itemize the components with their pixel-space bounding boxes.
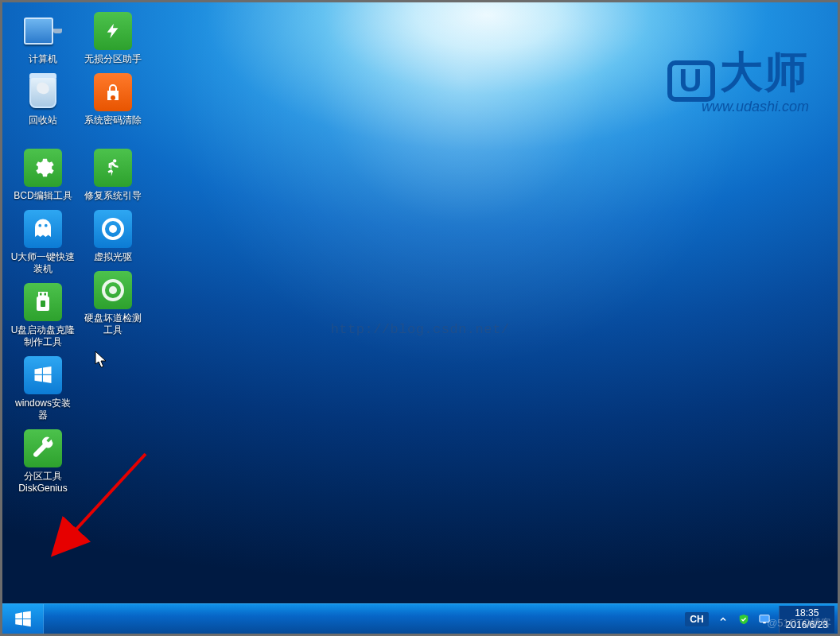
disc-scan-icon: [94, 271, 132, 309]
svg-rect-0: [38, 292, 48, 297]
svg-rect-4: [41, 301, 45, 307]
desktop-icon-password-clear[interactable]: 系统密码清除: [80, 73, 146, 126]
desktop-icon-bcd-editor[interactable]: BCD编辑工具: [10, 149, 76, 202]
usb-icon: [24, 283, 62, 321]
running-person-icon: [94, 149, 132, 187]
icon-label: 修复系统引导: [80, 190, 146, 202]
desktop-icon-recycle-bin[interactable]: 回收站: [10, 73, 76, 126]
desktop[interactable]: 计算机 回收站 BCD编辑工具 U大师一键快: [2, 2, 838, 634]
icon-label: 系统密码清除: [80, 114, 146, 126]
svg-rect-7: [759, 615, 768, 622]
desktop-icon-bad-sector-scan[interactable]: 硬盘坏道检测工具: [80, 271, 146, 336]
icon-label: 回收站: [10, 114, 76, 126]
desktop-icon-lossless-partition[interactable]: 无损分区助手: [80, 12, 146, 65]
desktop-icon-virtual-drive[interactable]: 虚拟光驱: [80, 210, 146, 263]
svg-rect-8: [763, 622, 766, 623]
icon-label: 计算机: [10, 53, 76, 65]
svg-rect-2: [45, 293, 47, 296]
icon-column-1: 计算机 回收站 BCD编辑工具 U大师一键快: [10, 12, 76, 502]
lock-icon: [94, 73, 132, 111]
desktop-icon-grid: 计算机 回收站 BCD编辑工具 U大师一键快: [10, 12, 154, 502]
computer-icon: [24, 12, 62, 50]
csdn-watermark: http://blog.csdn.net/: [331, 322, 510, 337]
windows-flag-icon: [24, 356, 62, 394]
ghost-icon: [24, 210, 62, 248]
icon-label: 无损分区助手: [80, 53, 146, 65]
tray-chevron-icon[interactable]: [717, 613, 729, 626]
gear-icon: [24, 149, 62, 187]
bolt-icon: [94, 12, 132, 50]
icon-label: 虚拟光驱: [80, 251, 146, 263]
icon-label: U盘启动盘克隆制作工具: [10, 324, 76, 348]
svg-point-5: [113, 159, 116, 162]
disc-icon: [94, 210, 132, 248]
recycle-bin-icon: [24, 73, 62, 111]
icon-column-2: 无损分区助手 系统密码清除 修复系统引导: [80, 12, 146, 344]
clock-date: 2016/6/23: [786, 619, 828, 631]
icon-label: 分区工具DiskGenius: [10, 471, 76, 494]
desktop-icon-udashi-installer[interactable]: U大师一键快速装机: [10, 210, 76, 275]
brand-logo: U大师 www.udashi.com: [667, 44, 809, 115]
brand-u-icon: U: [667, 60, 715, 102]
brand-logo-text: U大师: [667, 44, 809, 102]
desktop-icon-diskgenius[interactable]: 分区工具DiskGenius: [10, 429, 76, 494]
icon-label: windows安装器: [10, 398, 76, 421]
desktop-icon-windows-installer[interactable]: windows安装器: [10, 356, 76, 421]
start-button[interactable]: [2, 604, 44, 634]
language-indicator[interactable]: CH: [685, 612, 708, 626]
system-tray: CH 18:35 2016/6/23: [677, 604, 838, 634]
svg-rect-1: [40, 293, 42, 296]
icon-label: U大师一键快速装机: [10, 251, 76, 275]
screenshot-frame: 计算机 回收站 BCD编辑工具 U大师一键快: [0, 0, 840, 636]
icon-label: 硬盘坏道检测工具: [80, 312, 146, 336]
desktop-icon-computer[interactable]: 计算机: [10, 12, 76, 65]
clock-time: 18:35: [786, 607, 828, 619]
taskbar-clock[interactable]: 18:35 2016/6/23: [779, 606, 834, 633]
tray-display-icon[interactable]: [758, 613, 771, 626]
icon-label: BCD编辑工具: [10, 190, 76, 202]
tray-shield-icon[interactable]: [737, 613, 750, 626]
taskbar: CH 18:35 2016/6/23: [2, 603, 838, 634]
desktop-icon-usb-boot-clone[interactable]: U盘启动盘克隆制作工具: [10, 283, 76, 348]
desktop-icon-boot-repair[interactable]: 修复系统引导: [80, 149, 146, 202]
windows-start-icon: [13, 609, 33, 630]
wrench-icon: [24, 429, 62, 467]
